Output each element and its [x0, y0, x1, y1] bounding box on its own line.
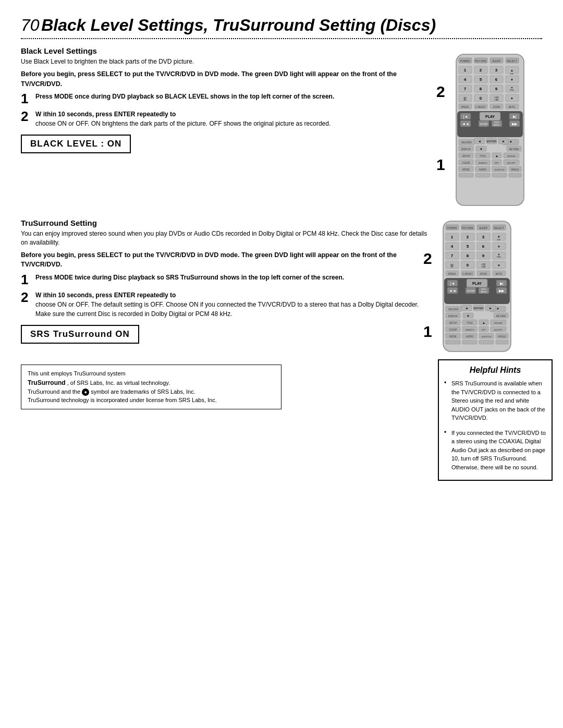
remote1-step1: 1 — [436, 156, 445, 174]
svg-rect-110 — [492, 173, 507, 177]
svg-text:4: 4 — [451, 244, 454, 249]
svg-text:PLAY: PLAY — [485, 115, 495, 118]
ts-step1-bold: Press MODE twice during Disc playback so… — [35, 274, 344, 281]
logo-circle-icon: ● — [82, 389, 89, 396]
svg-text:PICTURE: PICTURE — [462, 226, 474, 229]
svg-text:|||: ||| — [463, 96, 467, 101]
svg-text:CH.: CH. — [510, 72, 514, 75]
svg-text:C-RESET: C-RESET — [462, 273, 473, 275]
svg-text:AUDIO: AUDIO — [466, 335, 474, 338]
svg-text:▲: ▲ — [510, 69, 513, 72]
svg-text:SUBTITLE: SUBTITLE — [481, 335, 491, 338]
hint1-text: SRS TruSurround is available when the TV… — [451, 379, 546, 422]
remote2-step2: 2 — [423, 250, 432, 268]
svg-text:◄: ◄ — [478, 140, 481, 143]
step1-number: 1 — [21, 92, 31, 105]
svg-text:4: 4 — [464, 77, 467, 82]
ts-step1-text: Press MODE twice during Disc playback so… — [35, 273, 344, 282]
svg-text:▼: ▼ — [510, 78, 513, 81]
svg-text:STOP: STOP — [480, 123, 488, 126]
svg-text:9: 9 — [495, 87, 498, 91]
black-level-section: Black Level Settings Use Black Level to … — [21, 46, 427, 208]
svg-text:▶▶: ▶▶ — [499, 289, 505, 293]
svg-text:3: 3 — [482, 235, 485, 239]
black-level-prereq: Before you begin, press SELECT to put th… — [21, 69, 427, 89]
svg-text:▶|: ▶| — [500, 282, 504, 286]
svg-text:|||: ||| — [450, 263, 454, 268]
svg-text:RECORD: RECORD — [448, 308, 459, 311]
svg-text:6: 6 — [482, 244, 485, 249]
trusurround-step1: 1 Press MODE twice during Disc playback … — [21, 273, 427, 286]
svg-text:9: 9 — [482, 253, 485, 258]
hint2-text: If you connected the TV/VCR/DVD to a ste… — [451, 429, 546, 472]
svg-text:ANGLE: ANGLE — [511, 168, 519, 171]
svg-text:RPT: RPT — [482, 329, 486, 331]
svg-text:SEARCH: SEARCH — [479, 162, 487, 164]
step2-text: W ithin 10 seconds, press ENTER repeated… — [35, 110, 331, 128]
ts-step2-bold: W ithin 10 seconds, press ENTER repeated… — [35, 292, 176, 299]
remote1-svg: POWER PICTURE SLEEP SELECT 1 2 3 ▲ CH. 4 — [451, 52, 529, 208]
svg-text:+10: +10 — [481, 265, 486, 268]
svg-text:▲: ▲ — [509, 140, 512, 143]
footer-brand-line: TruSurround , of SRS Labs, Inc. as virtu… — [28, 378, 275, 387]
svg-text:TITLE: TITLE — [480, 155, 486, 157]
svg-text:|◄: |◄ — [463, 115, 468, 119]
svg-text:◄◄: ◄◄ — [449, 289, 456, 293]
remote2-step1: 1 — [423, 323, 432, 341]
svg-rect-223 — [496, 340, 508, 344]
svg-text:C-RESET: C-RESET — [475, 106, 486, 108]
svg-text:8: 8 — [467, 253, 469, 258]
trusurround-prereq: Before you begin, press SELECT to put th… — [21, 250, 427, 270]
bottom-right-panel: 2 1 POWER PICTURE SLEEP SELECT 1 2 3 ▲ — [438, 219, 542, 481]
ts-step2-text: W ithin 10 seconds, press ENTER repeated… — [35, 290, 427, 319]
svg-text:TITLE: TITLE — [467, 322, 473, 324]
svg-text:▼: ▼ — [510, 97, 513, 100]
svg-rect-222 — [479, 340, 494, 344]
svg-rect-108 — [459, 173, 473, 177]
svg-text:STOP: STOP — [467, 289, 475, 293]
svg-text:MENU: MENU — [494, 124, 500, 126]
srs-trusurround-box: SRS TruSurround ON — [21, 325, 139, 344]
svg-text:▼: ▼ — [480, 148, 483, 151]
svg-text:POWER: POWER — [447, 226, 457, 229]
svg-rect-109 — [475, 173, 490, 177]
svg-text:SPEED: SPEED — [461, 106, 469, 108]
footer-note5: TruSurround technology is incorporated u… — [28, 396, 275, 405]
svg-text:3: 3 — [495, 68, 498, 72]
hint1-item: • SRS TruSurround is available when the … — [444, 379, 546, 426]
svg-text:►: ► — [502, 140, 505, 143]
trusurround-intro: You can enjoy improved stereo sound when… — [21, 229, 427, 247]
svg-text:▲: ▲ — [496, 307, 499, 310]
svg-text:▼: ▼ — [497, 245, 500, 248]
hint2-item: • If you connected the TV/VCR/DVD to a s… — [444, 429, 546, 475]
svg-text:▲: ▲ — [495, 154, 498, 157]
svg-rect-220 — [446, 340, 460, 344]
remote2-svg: POWER PICTURE SLEEP SELECT 1 2 3 ▲ CH. 4 — [438, 219, 516, 354]
svg-text:▼: ▼ — [467, 314, 470, 318]
svg-text:A-B RPT: A-B RPT — [507, 162, 516, 164]
svg-text:SUBTITLE: SUBTITLE — [494, 168, 504, 171]
step2-body: choose ON or OFF. ON brightens the dark … — [35, 120, 331, 127]
svg-text:POWER: POWER — [460, 59, 470, 63]
svg-text:▶|: ▶| — [513, 115, 517, 119]
remote1-step2: 2 — [436, 83, 445, 101]
title-text: Black Level Settings, TruSurround Settin… — [41, 16, 436, 34]
svg-text:ENTER: ENTER — [487, 140, 497, 143]
svg-text:|◄: |◄ — [450, 282, 455, 286]
helpful-hints-title: Helpful Hints — [444, 366, 546, 375]
hint1-bullet: • — [444, 379, 449, 426]
svg-text:REPEAT: REPEAT — [494, 322, 503, 324]
svg-text:VOL: VOL — [510, 89, 515, 91]
black-level-box: BLACK LEVEL : ON — [21, 135, 131, 153]
svg-rect-221 — [462, 340, 477, 344]
footer-note1: This unit employs TruSurround system — [28, 369, 275, 378]
black-level-step2: 2 W ithin 10 seconds, press ENTER repeat… — [21, 110, 427, 128]
remote-diagram-2: 2 1 POWER PICTURE SLEEP SELECT 1 2 3 ▲ — [438, 219, 516, 354]
black-level-steps: 1 Press MODE once during DVD playback so… — [21, 92, 427, 128]
svg-text:0: 0 — [467, 263, 469, 268]
svg-text:8: 8 — [480, 87, 482, 91]
svg-text:MUTE: MUTE — [509, 106, 516, 108]
svg-text:SETUP: SETUP — [449, 322, 457, 324]
svg-text:0: 0 — [480, 96, 482, 101]
black-level-heading: Black Level Settings — [21, 46, 427, 55]
